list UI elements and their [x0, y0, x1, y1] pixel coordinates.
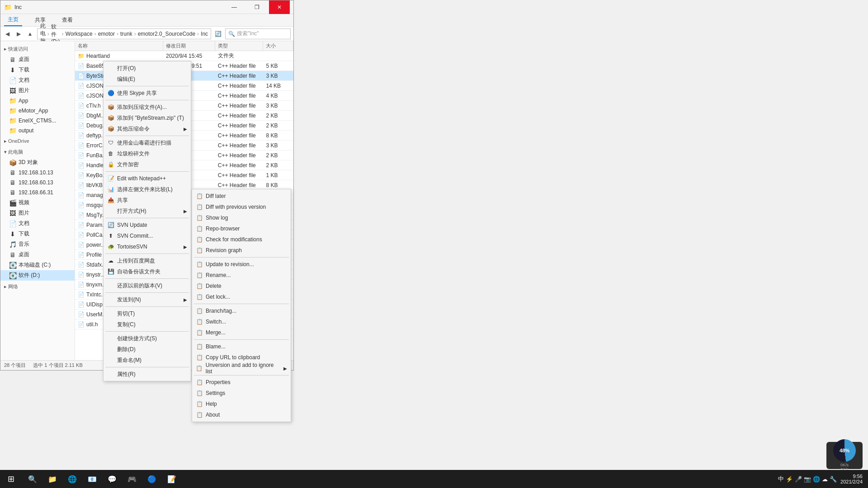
col-header-type[interactable]: 类型	[215, 41, 264, 51]
file-cell-type: C++ Header file	[215, 113, 264, 119]
sidebar-item-dsk[interactable]: 🖥桌面	[0, 249, 75, 260]
svn-revision-graph[interactable]: 📋Revision graph	[192, 245, 291, 256]
cm-properties[interactable]: 属性(R)	[104, 369, 191, 380]
sidebar-item-docs[interactable]: 📄文档	[0, 75, 75, 85]
sidebar-item-documents[interactable]: 📄文档	[0, 218, 75, 229]
cm-restore-prev[interactable]: 还原以前的版本(V)	[104, 280, 191, 291]
svn-delete[interactable]: 📋Delete	[192, 281, 291, 291]
taskbar-search[interactable]: 🔍	[24, 470, 42, 488]
svn-rename[interactable]: 📋Rename...	[192, 270, 291, 281]
taskbar-file-explorer[interactable]: 📁	[43, 470, 61, 488]
up-button[interactable]: ▲	[26, 28, 34, 39]
svn-diff-later[interactable]: 📋Diff later	[192, 191, 291, 202]
sidebar-item-ip3[interactable]: 🖥192.168.66.31	[0, 188, 75, 197]
sidebar-item-ip1[interactable]: 🖥192.168.10.13	[0, 168, 75, 178]
cm-auto-backup[interactable]: 💾自动备份该文件夹	[104, 266, 191, 277]
close-button[interactable]: ✕	[269, 0, 290, 14]
svn-about[interactable]: 📋About	[192, 409, 291, 420]
sidebar-item-music[interactable]: 🎵音乐	[0, 239, 75, 249]
svn-get-lock[interactable]: 📋Get lock...	[192, 291, 291, 302]
sidebar-item-app[interactable]: 📁App	[0, 96, 75, 106]
sidebar-quick-access-header[interactable]: ▸ 快速访问	[0, 44, 75, 54]
svn-show-log[interactable]: 📋Show log	[192, 212, 291, 223]
sidebar-thispc-header[interactable]: ▾ 此电脑	[0, 147, 75, 157]
file-cell-type: C++ Header file	[215, 162, 264, 169]
sidebar-item-dl[interactable]: ⬇下载	[0, 229, 75, 239]
taskbar-browser[interactable]: 🌐	[63, 470, 81, 488]
taskbar-blue[interactable]: 🔵	[143, 470, 161, 488]
cm-encrypt[interactable]: 🔒文件加密	[104, 159, 191, 170]
cm-edit[interactable]: 编辑(E)	[104, 74, 191, 84]
sidebar-item-desktop[interactable]: 🖥桌面	[0, 54, 75, 65]
search-box[interactable]: 🔍 搜索"Inc"	[225, 28, 291, 39]
cm-delete[interactable]: 删除(D)	[104, 344, 191, 355]
cm-shred[interactable]: 🗑垃圾粉碎文件	[104, 148, 191, 159]
sidebar-item-c-drive[interactable]: 💽本地磁盘 (C:)	[0, 260, 75, 270]
ribbon-tab-view[interactable]: 查看	[58, 14, 76, 26]
svn-switch[interactable]: 📋Switch...	[192, 316, 291, 327]
breadcrumb[interactable]: 此电脑 › 软件 (D:) › Workspace › emotor › tru…	[37, 28, 211, 39]
svn-merge[interactable]: 📋Merge...	[192, 327, 291, 338]
cm-svn-update[interactable]: 🔄SVN Update	[104, 220, 191, 230]
svn-diff-prev[interactable]: 📋Diff with previous version	[192, 202, 291, 212]
sidebar-item-emotor-app[interactable]: 📁eMotor_App	[0, 106, 75, 116]
svn-blame[interactable]: 📋Blame...	[192, 341, 291, 352]
back-button[interactable]: ◀	[3, 28, 12, 39]
cm-compare[interactable]: 📊选择左侧文件来比较(L)	[104, 184, 191, 195]
cm-add-archive[interactable]: 📦添加到压缩文件(A)...	[104, 102, 191, 113]
cm-send-to[interactable]: 发送到(N)▶	[104, 294, 191, 305]
col-header-size[interactable]: 大小	[263, 41, 293, 51]
sidebar-onedrive-header[interactable]: ▸ OneDrive	[0, 136, 75, 146]
forward-button[interactable]: ▶	[14, 28, 23, 39]
sidebar-network-header[interactable]: ▸ 网络	[0, 282, 75, 292]
file-row[interactable]: 📁 Heartland 2020/9/4 15:45 文件夹	[75, 51, 293, 61]
sidebar-item-enelx[interactable]: 📁EneIX_CTMS...	[0, 116, 75, 126]
cm-open[interactable]: 打开(O)	[104, 63, 191, 74]
sidebar-item-d-drive[interactable]: 💽软件 (D:)	[0, 270, 75, 281]
cm-share[interactable]: 📤共享	[104, 195, 191, 206]
svn-unversion[interactable]: 📋Unversion and add to ignore list▶	[192, 363, 291, 374]
sidebar-item-output[interactable]: 📁output	[0, 126, 75, 136]
start-button[interactable]: ⊞	[0, 470, 22, 488]
taskbar-time[interactable]: 9:56 2021/2/24	[840, 474, 863, 484]
address-bar: ◀ ▶ ▲ 此电脑 › 软件 (D:) › Workspace › emotor…	[0, 27, 293, 41]
maximize-button[interactable]: ❐	[246, 0, 267, 14]
sidebar-item-videos[interactable]: 🎬视频	[0, 197, 75, 208]
ribbon-tab-home[interactable]: 主页	[4, 14, 22, 26]
taskbar-notepad[interactable]: 📝	[163, 470, 181, 488]
svn-update-revision[interactable]: 📋Update to revision...	[192, 259, 291, 270]
cm-more-archive[interactable]: 📦其他压缩命令▶	[104, 123, 191, 134]
svn-branch-tag[interactable]: 📋Branch/tag...	[192, 305, 291, 316]
taskbar-game[interactable]: 🎮	[123, 470, 141, 488]
svn-repo-browser[interactable]: 📋Repo-browser	[192, 223, 291, 234]
sidebar-item-downloads[interactable]: ⬇下载	[0, 65, 75, 75]
taskbar-mail[interactable]: 📧	[83, 470, 101, 488]
cm-scan[interactable]: 🛡使用金山毒霸进行扫描	[104, 137, 191, 148]
sidebar-item-pictures[interactable]: 🖼图片	[0, 208, 75, 218]
svn-help[interactable]: 📋Help	[192, 399, 291, 409]
file-cell-size: 14 KB	[263, 83, 293, 89]
svn-check-modifications[interactable]: 📋Check for modifications	[192, 234, 291, 245]
sidebar-item-3d[interactable]: 📦3D 对象	[0, 157, 75, 168]
col-header-date[interactable]: 修改日期	[163, 41, 215, 51]
refresh-button[interactable]: 🔄	[214, 28, 222, 39]
cm-baidu-upload[interactable]: ☁上传到百度网盘	[104, 255, 191, 266]
sidebar-item-pics[interactable]: 🖼图片	[0, 85, 75, 96]
cm-skype[interactable]: 🔵使用 Skype 共享	[104, 88, 191, 99]
cm-tortoise-svn[interactable]: 🐢TortoiseSVN▶	[104, 241, 191, 252]
minimize-button[interactable]: —	[224, 0, 245, 14]
cm-notepad[interactable]: 📝Edit with Notepad++	[104, 173, 191, 184]
cm-cut[interactable]: 剪切(T)	[104, 308, 191, 319]
cm-add-zip[interactable]: 📦添加到 "ByteStream.zip" (T)	[104, 113, 191, 123]
cm-rename[interactable]: 重命名(M)	[104, 355, 191, 366]
svn-properties[interactable]: 📋Properties	[192, 377, 291, 388]
svn-copy-url[interactable]: 📋Copy URL to clipboard	[192, 352, 291, 363]
taskbar-chat[interactable]: 💬	[103, 470, 121, 488]
svn-settings[interactable]: 📋Settings	[192, 388, 291, 399]
cm-copy[interactable]: 复制(C)	[104, 319, 191, 330]
cm-open-with[interactable]: 打开方式(H)▶	[104, 206, 191, 216]
col-header-name[interactable]: 名称	[75, 41, 163, 51]
cm-svn-commit[interactable]: ⬆SVN Commit...	[104, 230, 191, 241]
sidebar-item-ip2[interactable]: 🖥192.168.60.13	[0, 178, 75, 188]
cm-create-shortcut[interactable]: 创建快捷方式(S)	[104, 333, 191, 344]
